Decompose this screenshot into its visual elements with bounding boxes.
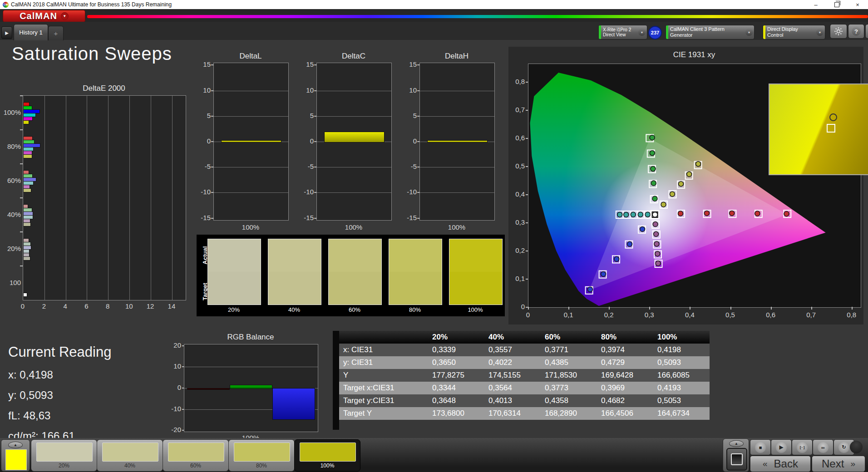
cie-diagram [528,64,861,308]
help-button[interactable]: ? [848,24,864,39]
calman-logo: CalMAN [20,11,57,21]
expand-up-button[interactable]: ▲ [8,442,23,448]
delta-bar [324,132,385,143]
gridline [214,192,288,193]
settings-button[interactable] [830,24,847,39]
restore-button[interactable] [826,0,847,9]
x-tick [730,307,731,310]
x-tick [811,307,812,310]
current-reading-heading: Current Reading [8,344,111,360]
collapse-panel-button[interactable]: ◀ [865,24,868,39]
target-swatch [449,272,502,305]
value-cell: 0,4013 [484,394,541,407]
tab-history-1[interactable]: History 1 [14,24,48,40]
y-tick [526,110,528,111]
meter-reading-badge: 237 [648,26,662,39]
actual-swatch [268,239,321,272]
pattern-button[interactable]: [··] [792,439,813,455]
pattern-swatch-button-60[interactable]: 60% [163,439,229,472]
x-tick [771,307,772,310]
cie-x-tick-label: 0 [522,311,534,319]
x-tick [568,307,569,310]
x-axis-label: 100% [316,223,391,231]
expand-up-button[interactable]: ▲ [729,440,744,447]
y-tick [417,141,419,142]
cie-x-tick-label: 0,3 [643,311,656,319]
loop-button[interactable]: ∞ [813,439,833,455]
magenta-actual-marker [654,241,659,246]
row-label-cell: Target Y [339,407,428,420]
cie-x-tick-label: 0,7 [805,311,818,319]
y-tick [526,251,528,251]
pattern-swatch-button-20[interactable]: 20% [31,439,97,472]
table-row: Y177,8275174,5155171,8530169,6428166,608… [339,369,710,382]
swatch-label: 60% [328,306,381,313]
stop-button[interactable]: ■ [750,439,771,455]
value-cell: 0,3339 [428,344,484,356]
back-button[interactable]: « Back [750,456,811,472]
magenta-actual-marker [655,251,660,256]
table-edge-strip [333,331,339,430]
target-swatch [389,272,442,305]
green-actual-marker [650,151,655,156]
red-actual-marker [704,211,709,216]
gridline [214,91,288,91]
rgb-balance-title: RGB Balance [184,333,317,342]
delta-bar [221,140,281,143]
display-label: Direct Display Control [767,26,813,38]
y-tick [20,266,23,266]
pattern-icon: [··] [797,442,808,453]
deltae-chart [23,95,186,300]
value-cell: 0,4022 [484,356,541,369]
red-actual-marker [755,211,760,216]
y-tick-label: -15 [197,214,211,221]
delta-chart [213,63,289,221]
saturation-swatch [207,239,261,305]
page-title: Saturation Sweeps [12,44,172,64]
y-tick-label: -10 [403,188,417,196]
y-tick-label: 15 [300,60,314,68]
add-tab-button[interactable]: + [48,26,64,40]
y-tick [182,345,184,346]
workflow-nav-button[interactable]: ▶ [1,26,12,39]
pattern-swatch-button-80[interactable]: 80% [228,439,295,472]
calman-app: CM CalMAN 2018 CalMAN Ultimate for Busin… [0,0,868,472]
pattern-swatch-button-100[interactable]: 100% [294,439,360,472]
delta-chart [419,63,495,221]
stop-measure-button[interactable] [726,448,747,471]
swatch-label: 100% [449,306,502,313]
play-button[interactable]: ▶ [771,439,792,455]
white-actual-marker [652,212,657,217]
y-tick [20,231,23,232]
deltae-chart-title: DeltaE 2000 [23,84,185,93]
close-button[interactable]: × [847,0,868,9]
y-tick [314,218,316,219]
blue-actual-marker [601,271,606,276]
pattern-generator-dropdown[interactable]: CalMAN Client 3 Pattern Generator ▼ [666,25,755,39]
calman-menu-button[interactable]: CalMAN ▼ [3,10,85,22]
value-cell: 166,4506 [597,407,653,420]
pattern-swatch [300,442,356,462]
row-label-cell: y: CIE31 [339,356,428,369]
pattern-swatch-button-40[interactable]: 40% [97,439,163,472]
chevron-down-icon: ▼ [745,29,753,36]
y-tick [417,192,419,193]
magenta-actual-marker [654,231,659,236]
y-tick [314,141,316,142]
target-swatch [268,272,321,305]
deltae-bar [23,293,27,297]
next-button[interactable]: Next » [812,456,865,472]
y-tick-label: 10 [197,86,211,94]
meter-line1: X-Rite i1Pro 2 [603,27,635,33]
y-tick [211,141,213,142]
cie-y-tick-label: 0 [511,303,525,310]
minimize-button[interactable]: – [805,0,826,9]
cie-x-tick-label: 0,2 [602,311,615,319]
display-control-dropdown[interactable]: Direct Display Control ▼ [763,25,825,39]
y-tick-label: 15 [403,60,417,68]
y-tick-label: 10 [300,86,314,94]
yellow-actual-marker [661,202,666,207]
meter-dropdown[interactable]: X-Rite i1Pro 2 Direct View ▼ [598,25,647,39]
inset-actual-marker [829,113,837,121]
transport-panel: ▲ [723,438,749,472]
